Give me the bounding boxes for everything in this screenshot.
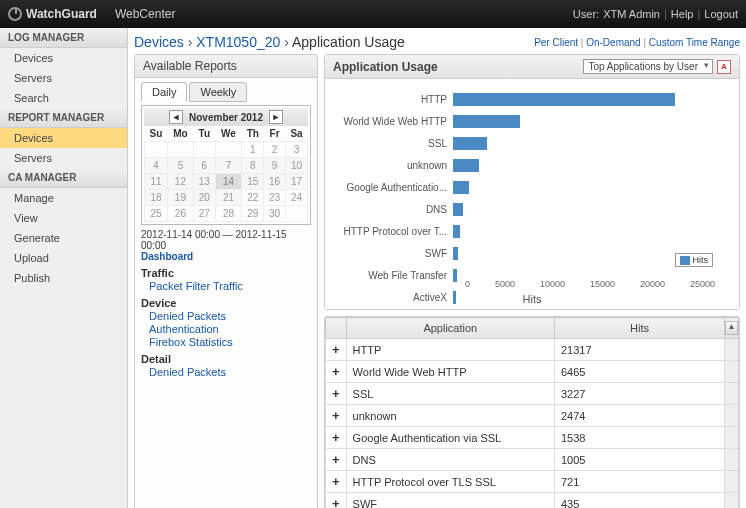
- col-application[interactable]: Application: [346, 318, 554, 339]
- cell-hits: 721: [555, 471, 725, 493]
- date-range-text: 2012-11-14 00:00 — 2012-11-15 00:00: [141, 229, 311, 251]
- topbar-right: User: XTM Admin | Help | Logout: [573, 8, 738, 20]
- sidebar-item-generate[interactable]: Generate: [0, 228, 127, 248]
- cell-hits: 21317: [555, 339, 725, 361]
- logo-icon: [8, 7, 22, 21]
- cal-next-icon[interactable]: ►: [269, 110, 283, 124]
- chart-area: HTTPWorld Wide Web HTTPSSLunknownGoogle …: [325, 79, 739, 309]
- x-axis-label: Hits: [325, 293, 739, 305]
- cal-selected-day[interactable]: 14: [215, 174, 242, 190]
- table-row: +HTTP21317: [326, 339, 739, 361]
- cell-application: HTTP: [346, 339, 554, 361]
- calendar: ◄ November 2012 ► SuMoTuWeThFrSa 123 456…: [141, 105, 311, 225]
- custom-range-link[interactable]: Custom Time Range: [649, 37, 740, 48]
- sidebar-section-header: CA MANAGER: [0, 168, 127, 188]
- legend-swatch-icon: [680, 256, 690, 265]
- table-row: +Google Authentication via SSL1538: [326, 427, 739, 449]
- available-reports-title: Available Reports: [135, 55, 317, 78]
- tab-weekly[interactable]: Weekly: [189, 82, 247, 102]
- dashboard-link[interactable]: Dashboard: [141, 251, 193, 262]
- expand-icon[interactable]: +: [326, 405, 347, 427]
- table-row: +unknown2474: [326, 405, 739, 427]
- expand-icon[interactable]: +: [326, 471, 347, 493]
- cell-application: DNS: [346, 449, 554, 471]
- calendar-grid: SuMoTuWeThFrSa 123 45678910 111213141516…: [144, 126, 308, 222]
- bar-label: World Wide Web HTTP: [325, 116, 453, 127]
- expand-icon[interactable]: +: [326, 449, 347, 471]
- sidebar-item-servers[interactable]: Servers: [0, 68, 127, 88]
- sidebar-item-devices[interactable]: Devices: [0, 128, 127, 148]
- device-heading: Device: [141, 297, 311, 309]
- bar: [453, 137, 487, 150]
- view-links: Per Client | On-Demand | Custom Time Ran…: [534, 37, 740, 48]
- cell-application: SSL: [346, 383, 554, 405]
- sep: |: [697, 8, 700, 20]
- bar-label: HTTP Protocol over T...: [325, 226, 453, 237]
- packet-filter-link[interactable]: Packet Filter Traffic: [149, 280, 311, 292]
- help-link[interactable]: Help: [671, 8, 694, 20]
- bar: [453, 225, 460, 238]
- expand-icon[interactable]: +: [326, 361, 347, 383]
- user-label: User:: [573, 8, 599, 20]
- sidebar-item-publish[interactable]: Publish: [0, 268, 127, 288]
- authentication-link[interactable]: Authentication: [149, 323, 311, 335]
- user-name[interactable]: XTM Admin: [603, 8, 660, 20]
- logout-link[interactable]: Logout: [704, 8, 738, 20]
- sidebar-item-upload[interactable]: Upload: [0, 248, 127, 268]
- sidebar-item-search[interactable]: Search: [0, 88, 127, 108]
- col-hits[interactable]: Hits: [555, 318, 725, 339]
- table-row: +HTTP Protocol over TLS SSL721: [326, 471, 739, 493]
- scroll-up-icon[interactable]: ▲: [725, 321, 738, 335]
- legend-label: Hits: [693, 255, 709, 265]
- per-client-link[interactable]: Per Client: [534, 37, 578, 48]
- denied-packets-link[interactable]: Denied Packets: [149, 310, 311, 322]
- cell-hits: 1005: [555, 449, 725, 471]
- sidebar-item-view[interactable]: View: [0, 208, 127, 228]
- report-tabs: Daily Weekly: [141, 82, 311, 102]
- cell-hits: 1538: [555, 427, 725, 449]
- cal-prev-icon[interactable]: ◄: [169, 110, 183, 124]
- bar: [453, 247, 458, 260]
- sidebar-section-header: LOG MANAGER: [0, 28, 127, 48]
- expand-icon[interactable]: +: [326, 339, 347, 361]
- bar: [453, 93, 675, 106]
- chart-view-select[interactable]: Top Applications by User: [583, 59, 713, 74]
- bar: [453, 181, 469, 194]
- crumb-last: Application Usage: [292, 34, 405, 50]
- sidebar: LOG MANAGERDevicesServersSearchREPORT MA…: [0, 28, 128, 508]
- bar: [453, 159, 479, 172]
- cal-title: November 2012: [189, 112, 263, 123]
- on-demand-link[interactable]: On-Demand: [586, 37, 640, 48]
- breadcrumb: Devices › XTM1050_20 › Application Usage: [134, 34, 405, 50]
- expand-icon[interactable]: +: [326, 493, 347, 509]
- expand-icon[interactable]: +: [326, 427, 347, 449]
- cell-application: World Wide Web HTTP: [346, 361, 554, 383]
- sidebar-section-header: REPORT MANAGER: [0, 108, 127, 128]
- detail-denied-link[interactable]: Denied Packets: [149, 366, 311, 378]
- bar-label: SSL: [325, 138, 453, 149]
- table-row: +SWF435: [326, 493, 739, 509]
- pdf-export-icon[interactable]: A: [717, 60, 731, 74]
- cell-hits: 2474: [555, 405, 725, 427]
- sidebar-item-devices[interactable]: Devices: [0, 48, 127, 68]
- firebox-stats-link[interactable]: Firebox Statistics: [149, 336, 311, 348]
- crumb-mid[interactable]: XTM1050_20: [196, 34, 280, 50]
- bar-label: Google Authenticatio...: [325, 182, 453, 193]
- table-row: +DNS1005: [326, 449, 739, 471]
- cell-hits: 435: [555, 493, 725, 509]
- table-row: +SSL3227: [326, 383, 739, 405]
- bar: [453, 203, 463, 216]
- bar-label: HTTP: [325, 94, 453, 105]
- expand-icon[interactable]: +: [326, 383, 347, 405]
- data-table: Application Hits ▲ +HTTP21317+World Wide…: [325, 317, 739, 508]
- sidebar-item-servers[interactable]: Servers: [0, 148, 127, 168]
- tab-daily[interactable]: Daily: [141, 82, 187, 102]
- app-name: WebCenter: [115, 7, 175, 21]
- cell-application: SWF: [346, 493, 554, 509]
- cell-hits: 3227: [555, 383, 725, 405]
- cell-application: HTTP Protocol over TLS SSL: [346, 471, 554, 493]
- data-table-panel: Application Hits ▲ +HTTP21317+World Wide…: [324, 316, 740, 508]
- crumb-root[interactable]: Devices: [134, 34, 184, 50]
- sidebar-item-manage[interactable]: Manage: [0, 188, 127, 208]
- bar-label: DNS: [325, 204, 453, 215]
